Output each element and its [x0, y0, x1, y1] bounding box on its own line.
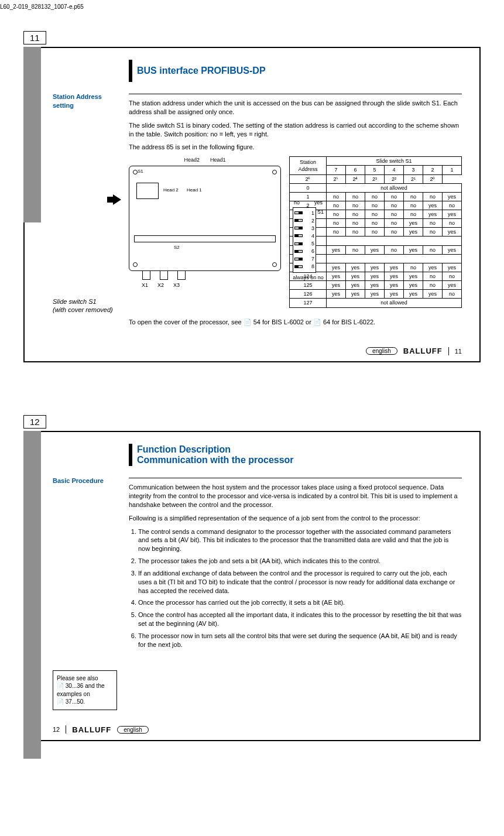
table-cell: no [326, 228, 345, 237]
table-cell: yes [345, 263, 365, 272]
fig-label: Head1 [210, 156, 226, 163]
list-item: The processor now in turn sets all the c… [138, 632, 462, 649]
table-cell: no [384, 228, 403, 237]
paragraph: The slide switch S1 is binary coded. The… [129, 121, 462, 139]
title-bar-icon [129, 60, 132, 82]
table-cell: no [365, 201, 384, 210]
table-cell: yes [403, 272, 423, 281]
table-cell: no [423, 272, 442, 281]
table-cell: yes [365, 281, 384, 290]
table-cell: no [345, 219, 365, 228]
table-cell: yes [423, 201, 442, 210]
language-pill: english [117, 726, 149, 734]
connector-label: X1 [142, 282, 148, 289]
dip-s1-label: S1 [317, 208, 324, 215]
table-cell: no [326, 210, 345, 219]
table-cell: yes [345, 281, 365, 290]
table-cell: yes [326, 281, 345, 290]
table-cell: yes [326, 245, 345, 254]
table-cell: yes [423, 263, 442, 272]
table-cell: no [345, 210, 365, 219]
table-header: 2¹ [403, 174, 423, 183]
table-cell: no [403, 263, 423, 272]
table-cell: no [365, 210, 384, 219]
table-cell: yes [442, 245, 461, 254]
table-cell: yes [384, 263, 403, 272]
table-cell: 125 [290, 281, 327, 290]
fig-label: Head2 [184, 156, 200, 163]
table-cell: no [403, 192, 423, 201]
connector-icon [142, 270, 150, 280]
paragraph: Communication between the host system an… [129, 483, 462, 509]
table-cell: no [403, 210, 423, 219]
dip-always-label: always on no [293, 274, 324, 281]
table-header: 2³ [365, 174, 384, 183]
divider-icon [448, 347, 449, 355]
table-cell: yes [403, 219, 423, 228]
screw-icon [272, 170, 277, 174]
table-header: 6 [345, 166, 365, 174]
table-cell: no [326, 201, 345, 210]
table-header: Slide switch S1 [326, 157, 461, 166]
table-cell: no [384, 192, 403, 201]
connector-label: X2 [157, 282, 164, 289]
page-title: Function Description [137, 444, 294, 455]
table-cell: yes [326, 263, 345, 272]
table-cell: no [384, 219, 403, 228]
section-side-label: Basic Procedure [53, 477, 129, 653]
list-item: The processor takes the job and sets a b… [138, 557, 462, 566]
footer-page-num: 11 [455, 348, 462, 355]
paragraph: The station address under which the unit… [129, 99, 462, 117]
table-cell: no [365, 228, 384, 237]
table-cell: no [423, 281, 442, 290]
side-stripe [23, 47, 41, 222]
table-cell: no [442, 219, 461, 228]
brand-logo: BALLUFF [72, 725, 111, 734]
dip-switch-figure: noyes 1 2 3 4 5 6 7 [293, 199, 324, 280]
table-cell: yes [442, 210, 461, 219]
table-cell [326, 254, 461, 263]
screw-icon [133, 262, 138, 267]
fig-label: Head 1 [187, 187, 202, 194]
table-header: Station Address [290, 157, 327, 174]
fig-label: Head 2 [163, 187, 179, 194]
divider-icon [66, 725, 66, 734]
page-footer: 12 BALLUFF english [25, 722, 479, 740]
table-cell: no [384, 201, 403, 210]
table-cell: yes [326, 272, 345, 281]
page-footer: english BALLUFF 11 [25, 343, 479, 361]
file-path: L60_2-019_828132_1007-e.p65 [0, 0, 504, 13]
table-cell: no [345, 192, 365, 201]
table-cell: no [326, 192, 345, 201]
table-cell: no [423, 219, 442, 228]
page-11: BUS interface PROFIBUS-DP Station Addres… [23, 47, 481, 362]
note-text: To open the cover of the processor, see … [129, 318, 462, 327]
table-cell: yes [384, 281, 403, 290]
table-cell: yes [365, 245, 384, 254]
paragraph: Following is a simplified representation… [129, 514, 462, 523]
footer-page-num: 12 [53, 726, 60, 733]
table-header: 2⁰ [423, 174, 442, 183]
list-item: Once the control has accepted all the im… [138, 611, 462, 628]
table-cell: yes [403, 245, 423, 254]
screw-icon [133, 170, 138, 174]
table-cell: no [423, 228, 442, 237]
table-cell: yes [442, 228, 461, 237]
table-cell: no [345, 201, 365, 210]
dip-label: no [294, 199, 300, 206]
title-bar-icon [129, 444, 132, 466]
table-header: 5 [365, 166, 384, 174]
table-cell: yes [442, 281, 461, 290]
section-title-row: BUS interface PROFIBUS-DP [129, 60, 462, 82]
table-cell: yes [365, 272, 384, 281]
table-cell: no [442, 272, 461, 281]
connector-label: X3 [173, 282, 180, 289]
table-cell: yes [403, 281, 423, 290]
paragraph: The address 85 is set in the following f… [129, 143, 462, 152]
connector-icon [160, 270, 168, 280]
fig-label: S1 [138, 169, 143, 175]
table-cell: no [326, 219, 345, 228]
table-cell: yes [365, 263, 384, 272]
table-cell: yes [442, 192, 461, 201]
table-cell: yes [384, 272, 403, 281]
